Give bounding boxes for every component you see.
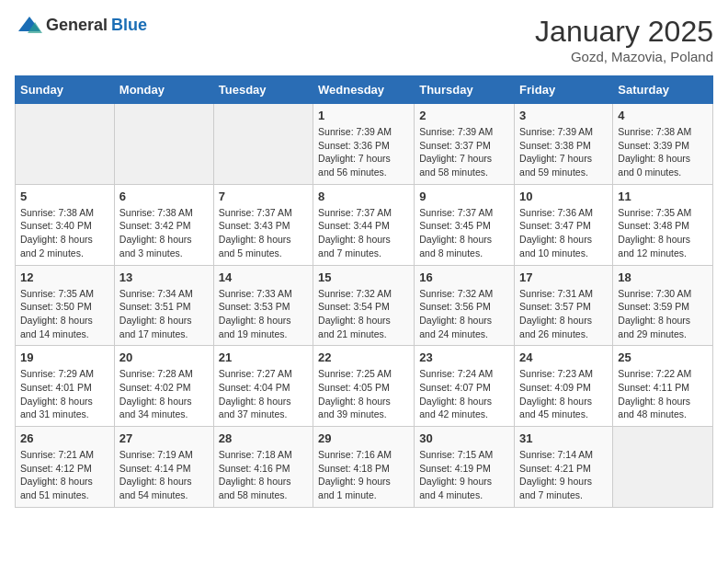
day-number: 3 (519, 109, 608, 122)
day-sunset: Sunset: 3:57 PM (519, 301, 591, 312)
day-sunrise: Sunrise: 7:39 AM (519, 126, 593, 137)
day-sunrise: Sunrise: 7:38 AM (119, 207, 193, 218)
day-number: 16 (419, 270, 509, 284)
day-sunrise: Sunrise: 7:28 AM (119, 368, 193, 379)
day-sunset: Sunset: 4:05 PM (318, 382, 390, 393)
day-daylight: Daylight: 8 hours and 26 minutes. (519, 315, 592, 339)
day-number: 6 (119, 190, 209, 203)
day-sunrise: Sunrise: 7:33 AM (219, 288, 292, 299)
calendar-cell: 29 Sunrise: 7:16 AM Sunset: 4:18 PM Dayl… (313, 427, 415, 508)
day-daylight: Daylight: 8 hours and 8 minutes. (419, 234, 492, 259)
day-sunset: Sunset: 4:12 PM (20, 463, 92, 474)
day-sunrise: Sunrise: 7:22 AM (618, 368, 691, 379)
day-number: 12 (20, 270, 109, 284)
day-daylight: Daylight: 8 hours and 51 minutes. (20, 476, 93, 500)
calendar-cell (114, 104, 213, 185)
day-sunrise: Sunrise: 7:39 AM (318, 126, 392, 137)
calendar-cell: 7 Sunrise: 7:37 AM Sunset: 3:43 PM Dayli… (213, 184, 313, 265)
day-sunset: Sunset: 4:16 PM (219, 463, 290, 474)
calendar-cell: 22 Sunrise: 7:25 AM Sunset: 4:05 PM Dayl… (313, 346, 415, 427)
day-number: 13 (119, 270, 209, 284)
day-sunrise: Sunrise: 7:35 AM (618, 207, 691, 218)
calendar-cell: 31 Sunrise: 7:14 AM Sunset: 4:21 PM Dayl… (515, 427, 613, 508)
day-daylight: Daylight: 7 hours and 58 minutes. (419, 153, 492, 178)
day-daylight: Daylight: 8 hours and 31 minutes. (20, 396, 93, 420)
calendar-cell: 16 Sunrise: 7:32 AM Sunset: 3:56 PM Dayl… (415, 265, 515, 346)
day-number: 7 (219, 190, 308, 203)
day-number: 28 (219, 431, 308, 445)
calendar-cell: 25 Sunrise: 7:22 AM Sunset: 4:11 PM Dayl… (613, 346, 713, 427)
day-sunset: Sunset: 3:39 PM (618, 140, 689, 151)
day-number: 5 (20, 190, 109, 203)
calendar-cell: 24 Sunrise: 7:23 AM Sunset: 4:09 PM Dayl… (515, 346, 613, 427)
calendar-cell (613, 427, 713, 508)
day-sunset: Sunset: 3:48 PM (618, 220, 689, 231)
calendar-cell: 18 Sunrise: 7:30 AM Sunset: 3:59 PM Dayl… (613, 265, 713, 346)
day-sunset: Sunset: 3:40 PM (20, 220, 92, 231)
day-sunrise: Sunrise: 7:38 AM (20, 207, 94, 218)
calendar-cell: 26 Sunrise: 7:21 AM Sunset: 4:12 PM Dayl… (16, 427, 115, 508)
day-number: 24 (519, 350, 608, 364)
day-sunset: Sunset: 3:59 PM (618, 301, 689, 312)
day-sunrise: Sunrise: 7:37 AM (419, 207, 493, 218)
day-daylight: Daylight: 8 hours and 24 minutes. (419, 315, 492, 339)
day-daylight: Daylight: 8 hours and 14 minutes. (20, 315, 93, 339)
header-tuesday: Tuesday (213, 76, 313, 104)
calendar-cell: 17 Sunrise: 7:31 AM Sunset: 3:57 PM Dayl… (515, 265, 613, 346)
calendar-cell: 4 Sunrise: 7:38 AM Sunset: 3:39 PM Dayli… (613, 104, 713, 185)
day-sunrise: Sunrise: 7:34 AM (119, 288, 193, 299)
day-number: 25 (618, 350, 708, 364)
day-sunset: Sunset: 3:36 PM (318, 140, 390, 151)
logo-general: General (46, 16, 108, 35)
day-sunrise: Sunrise: 7:38 AM (618, 126, 691, 137)
day-daylight: Daylight: 8 hours and 29 minutes. (618, 315, 690, 339)
calendar-cell: 14 Sunrise: 7:33 AM Sunset: 3:53 PM Dayl… (213, 265, 313, 346)
day-sunrise: Sunrise: 7:36 AM (519, 207, 593, 218)
day-daylight: Daylight: 8 hours and 0 minutes. (618, 153, 690, 178)
day-sunset: Sunset: 3:44 PM (318, 220, 390, 231)
day-sunset: Sunset: 4:21 PM (519, 463, 591, 474)
day-number: 15 (318, 270, 409, 284)
calendar-week-3: 12 Sunrise: 7:35 AM Sunset: 3:50 PM Dayl… (16, 265, 713, 346)
day-daylight: Daylight: 8 hours and 45 minutes. (519, 396, 592, 420)
day-sunrise: Sunrise: 7:19 AM (119, 449, 193, 460)
day-number: 4 (618, 109, 708, 122)
day-number: 26 (20, 431, 109, 445)
calendar-title: January 2025 (535, 15, 713, 49)
calendar-week-4: 19 Sunrise: 7:29 AM Sunset: 4:01 PM Dayl… (16, 346, 713, 427)
day-daylight: Daylight: 8 hours and 3 minutes. (119, 234, 192, 259)
day-sunset: Sunset: 4:02 PM (119, 382, 191, 393)
general-blue-icon (17, 15, 42, 35)
logo-blue: Blue (111, 16, 147, 35)
day-daylight: Daylight: 9 hours and 1 minute. (318, 476, 391, 500)
day-number: 10 (519, 190, 608, 203)
day-sunset: Sunset: 4:11 PM (618, 382, 689, 393)
day-sunset: Sunset: 4:09 PM (519, 382, 591, 393)
day-sunset: Sunset: 4:04 PM (219, 382, 290, 393)
day-daylight: Daylight: 8 hours and 34 minutes. (119, 396, 192, 420)
day-sunset: Sunset: 3:37 PM (419, 140, 491, 151)
day-sunrise: Sunrise: 7:35 AM (20, 288, 94, 299)
day-sunrise: Sunrise: 7:30 AM (618, 288, 691, 299)
day-sunrise: Sunrise: 7:16 AM (318, 449, 392, 460)
day-daylight: Daylight: 8 hours and 2 minutes. (20, 234, 93, 259)
calendar-cell: 30 Sunrise: 7:15 AM Sunset: 4:19 PM Dayl… (415, 427, 515, 508)
header-saturday: Saturday (613, 76, 713, 104)
calendar-table: Sunday Monday Tuesday Wednesday Thursday… (15, 75, 713, 508)
day-daylight: Daylight: 7 hours and 59 minutes. (519, 153, 592, 178)
title-block: January 2025 Gozd, Mazovia, Poland (535, 15, 713, 64)
day-daylight: Daylight: 8 hours and 10 minutes. (519, 234, 592, 259)
calendar-cell: 12 Sunrise: 7:35 AM Sunset: 3:50 PM Dayl… (16, 265, 115, 346)
calendar-subtitle: Gozd, Mazovia, Poland (535, 49, 713, 64)
day-number: 11 (618, 190, 708, 203)
day-sunset: Sunset: 4:07 PM (419, 382, 491, 393)
day-number: 2 (419, 109, 509, 122)
calendar-cell: 9 Sunrise: 7:37 AM Sunset: 3:45 PM Dayli… (415, 184, 515, 265)
day-sunset: Sunset: 3:38 PM (519, 140, 591, 151)
day-sunrise: Sunrise: 7:25 AM (318, 368, 392, 379)
header-sunday: Sunday (16, 76, 115, 104)
day-sunrise: Sunrise: 7:29 AM (20, 368, 94, 379)
day-number: 14 (219, 270, 308, 284)
calendar-cell: 20 Sunrise: 7:28 AM Sunset: 4:02 PM Dayl… (114, 346, 213, 427)
day-sunrise: Sunrise: 7:39 AM (419, 126, 493, 137)
